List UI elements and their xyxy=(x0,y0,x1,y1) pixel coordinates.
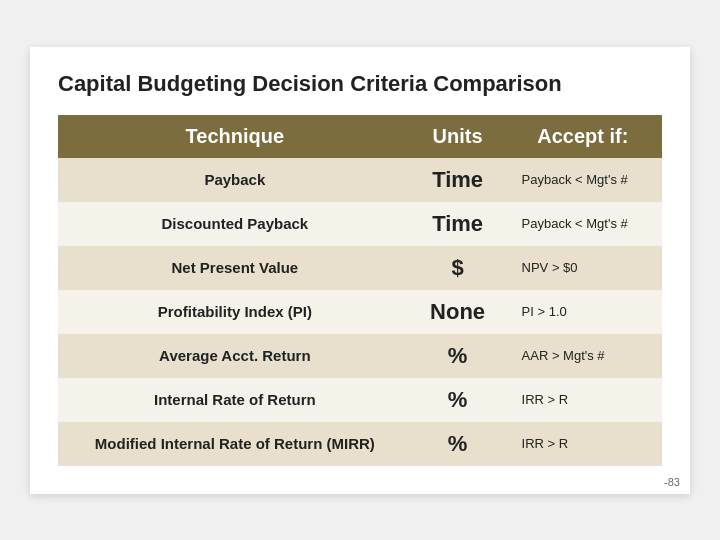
cell-accept: IRR > R xyxy=(504,422,662,466)
table-row: Average Acct. Return%AAR > Mgt's # xyxy=(58,334,662,378)
cell-accept: NPV > $0 xyxy=(504,246,662,290)
cell-accept: AAR > Mgt's # xyxy=(504,334,662,378)
cell-units: None xyxy=(412,290,504,334)
cell-units: $ xyxy=(412,246,504,290)
cell-technique: Net Present Value xyxy=(58,246,412,290)
table-row: Discounted PaybackTimePayback < Mgt's # xyxy=(58,202,662,246)
cell-accept: PI > 1.0 xyxy=(504,290,662,334)
cell-units: Time xyxy=(412,202,504,246)
table-row: Net Present Value$NPV > $0 xyxy=(58,246,662,290)
cell-accept: IRR > R xyxy=(504,378,662,422)
cell-units: % xyxy=(412,334,504,378)
col-header-units: Units xyxy=(412,115,504,158)
col-header-technique: Technique xyxy=(58,115,412,158)
cell-technique: Profitability Index (PI) xyxy=(58,290,412,334)
table-header-row: Technique Units Accept if: xyxy=(58,115,662,158)
cell-technique: Internal Rate of Return xyxy=(58,378,412,422)
cell-units: % xyxy=(412,422,504,466)
cell-technique: Modified Internal Rate of Return (MIRR) xyxy=(58,422,412,466)
table-row: Modified Internal Rate of Return (MIRR)%… xyxy=(58,422,662,466)
cell-technique: Discounted Payback xyxy=(58,202,412,246)
col-header-accept: Accept if: xyxy=(504,115,662,158)
table-row: Internal Rate of Return%IRR > R xyxy=(58,378,662,422)
table-row: Profitability Index (PI)NonePI > 1.0 xyxy=(58,290,662,334)
page-number: -83 xyxy=(664,476,680,488)
cell-units: Time xyxy=(412,158,504,202)
cell-accept: Payback < Mgt's # xyxy=(504,202,662,246)
cell-units: % xyxy=(412,378,504,422)
page-title: Capital Budgeting Decision Criteria Comp… xyxy=(58,71,662,97)
comparison-table: Technique Units Accept if: PaybackTimePa… xyxy=(58,115,662,466)
cell-technique: Average Acct. Return xyxy=(58,334,412,378)
main-card: Capital Budgeting Decision Criteria Comp… xyxy=(30,47,690,494)
cell-accept: Payback < Mgt's # xyxy=(504,158,662,202)
cell-technique: Payback xyxy=(58,158,412,202)
table-row: PaybackTimePayback < Mgt's # xyxy=(58,158,662,202)
